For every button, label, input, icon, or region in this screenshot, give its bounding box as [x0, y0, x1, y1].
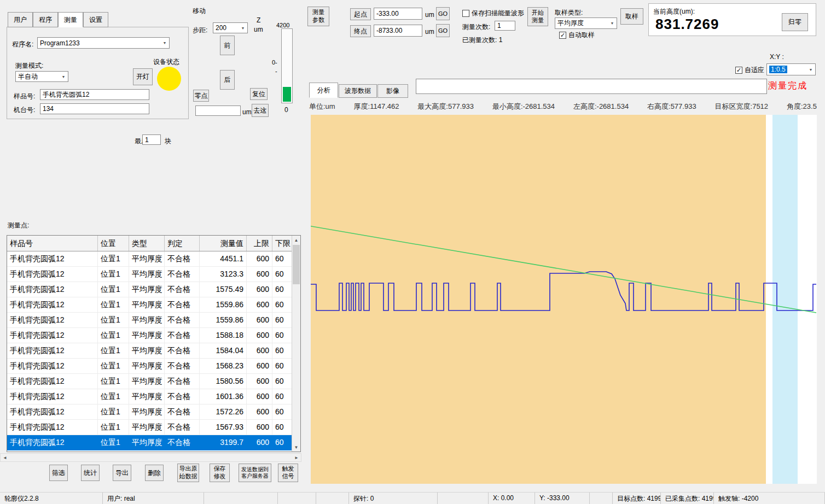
column-header[interactable]: 类型 [129, 236, 165, 251]
profile-chart[interactable] [311, 115, 817, 484]
table-cell: 600 [247, 282, 272, 297]
z-slider[interactable] [281, 28, 293, 103]
tab-user[interactable]: 用户 [8, 12, 33, 27]
column-header[interactable]: 下限 [272, 236, 292, 251]
measure-params-button[interactable]: 测量 参数 [307, 7, 329, 26]
tab-image[interactable]: 影像 [377, 84, 408, 98]
goto-input[interactable] [195, 106, 241, 116]
goto-button[interactable]: 去这 [252, 104, 269, 117]
adaptive-checkbox[interactable]: 自适应 [735, 66, 764, 75]
sample-no-input[interactable] [40, 89, 149, 100]
table-cell: 60 [272, 328, 292, 343]
sampling-type-select[interactable]: 平均厚度 [555, 17, 617, 29]
table-cell: 1580.56 [200, 374, 247, 389]
table-row[interactable]: 手机背壳圆弧12位置1平均厚度不合格3123.360060 [7, 267, 300, 282]
tab-analysis[interactable]: 分析 [309, 83, 338, 98]
export-raw-button[interactable]: 导出原 始数据 [177, 464, 199, 482]
column-header[interactable]: 位置 [98, 236, 129, 251]
current-height-panel: 当前高度(um): 831.7269 归零 [648, 3, 816, 36]
light-button[interactable]: 开灯 [133, 68, 153, 85]
tab-settings[interactable]: 设置 [83, 12, 108, 27]
table-row[interactable]: 手机背壳圆弧12位置1平均厚度不合格3199.760060 [7, 435, 300, 450]
table-row[interactable]: 手机背壳圆弧12位置1平均厚度不合格1567.9360060 [7, 420, 300, 435]
forward-button[interactable]: 前 [220, 36, 235, 55]
program-select[interactable]: Program1233 [37, 37, 170, 49]
measure-mode-select[interactable]: 半自动 [15, 71, 68, 82]
scroll-right-icon[interactable] [292, 454, 301, 461]
save-changes-button[interactable]: 保存 修改 [210, 464, 230, 482]
end-point-button[interactable]: 终点 [350, 25, 371, 37]
table-horizontal-scrollbar[interactable] [0, 453, 301, 462]
filter-button[interactable]: 筛选 [49, 465, 68, 481]
trigger-signal-button[interactable]: 触发 信号 [278, 464, 298, 482]
end-point-input[interactable] [374, 25, 422, 37]
table-cell: 手机背壳圆弧12 [7, 313, 98, 328]
table-cell: 平均厚度 [129, 267, 165, 282]
table-row[interactable]: 手机背壳圆弧12位置1平均厚度不合格1575.4960060 [7, 282, 300, 297]
last-count-input[interactable] [142, 134, 161, 145]
measured-count-label: 已测量次数: 1 [462, 36, 502, 45]
scrollbar-thumb[interactable] [293, 245, 300, 284]
table-row[interactable]: 手机背壳圆弧12位置1平均厚度不合格1580.5660060 [7, 374, 300, 389]
start-measure-button[interactable]: 开始 测量 [527, 7, 548, 26]
table-row[interactable]: 手机背壳圆弧12位置1平均厚度不合格1559.8660060 [7, 297, 300, 313]
table-cell: 位置1 [98, 282, 129, 297]
column-header[interactable]: 判定 [165, 236, 200, 251]
tab-measure[interactable]: 测量 [58, 12, 83, 27]
table-cell: 不合格 [165, 343, 200, 359]
export-button[interactable]: 导出 [113, 465, 131, 481]
table-row[interactable]: 手机背壳圆弧12位置1平均厚度不合格1572.2660060 [7, 405, 300, 420]
zero-height-button[interactable]: 归零 [782, 13, 808, 31]
tab-program[interactable]: 程序 [33, 12, 58, 27]
column-header[interactable]: 样品号 [7, 236, 98, 251]
reset-button[interactable]: 复位 [250, 88, 268, 100]
device-status-light [157, 67, 181, 91]
step-select[interactable]: 200 [213, 22, 248, 33]
table-row[interactable]: 手机背壳圆弧12位置1平均厚度不合格1584.0460060 [7, 343, 300, 359]
statusbar-item: 已采集点数: 4199 [661, 493, 714, 504]
scroll-down-icon[interactable] [292, 443, 300, 452]
go-start-button[interactable]: GO [436, 7, 450, 20]
sampling-button[interactable]: 取样 [620, 8, 643, 25]
back-button[interactable]: 后 [220, 70, 235, 90]
machine-no-input[interactable] [40, 103, 149, 114]
table-row[interactable]: 手机背壳圆弧12位置1平均厚度不合格4451.160060 [7, 251, 300, 267]
start-point-button[interactable]: 起点 [350, 8, 371, 20]
column-header[interactable]: 测量值 [200, 236, 247, 251]
table-row[interactable]: 手机背壳圆弧12位置1平均厚度不合格1601.3660060 [7, 389, 300, 405]
stat-item: 最大高度:577.933 [417, 102, 474, 112]
table-row[interactable]: 手机背壳圆弧12位置1平均厚度不合格1568.2360060 [7, 359, 300, 374]
sampling-type-label: 取样类型: [555, 8, 583, 17]
table-cell: 位置1 [98, 328, 129, 343]
table-cell: 位置1 [98, 389, 129, 405]
z-max-label: 4200 [276, 22, 289, 28]
points-label: 测量点: [8, 221, 29, 230]
scroll-up-icon[interactable] [292, 236, 300, 244]
statistics-button[interactable]: 统计 [81, 465, 100, 481]
table-cell: 1559.86 [200, 313, 247, 328]
tab-wave-data[interactable]: 波形数据 [339, 84, 377, 98]
measure-count-input[interactable] [495, 21, 515, 31]
save-wave-checkbox[interactable]: 保存扫描能量波形 [462, 9, 524, 18]
scale-select[interactable]: 1:0.5 [766, 63, 816, 75]
table-cell: 1559.86 [200, 297, 247, 313]
zero-point-button[interactable]: 零点 [193, 90, 209, 102]
send-data-button[interactable]: 发送数据到 客户服务器 [239, 464, 271, 482]
current-height-value: 831.7269 [655, 16, 719, 33]
start-point-input[interactable] [374, 8, 422, 20]
step-unit-label: um [254, 26, 263, 33]
stat-item: 单位:um [309, 102, 335, 112]
column-header[interactable]: 上限 [247, 236, 272, 251]
chart-region-right-band [772, 115, 798, 484]
save-wave-label: 保存扫描能量波形 [472, 9, 524, 18]
table-row[interactable]: 手机背壳圆弧12位置1平均厚度不合格1588.1860060 [7, 328, 300, 343]
auto-sampling-checkbox[interactable]: 自动取样 [559, 31, 595, 40]
table-vertical-scrollbar[interactable] [292, 236, 300, 452]
table-row[interactable]: 手机背壳圆弧12位置1平均厚度不合格1559.8660060 [7, 313, 300, 328]
table-cell: 平均厚度 [129, 328, 165, 343]
go-end-button[interactable]: GO [436, 24, 450, 37]
table-cell: 1567.93 [200, 420, 247, 435]
delete-button[interactable]: 删除 [145, 465, 164, 481]
scroll-left-icon[interactable] [1, 454, 9, 461]
adaptive-label: 自适应 [745, 66, 764, 75]
